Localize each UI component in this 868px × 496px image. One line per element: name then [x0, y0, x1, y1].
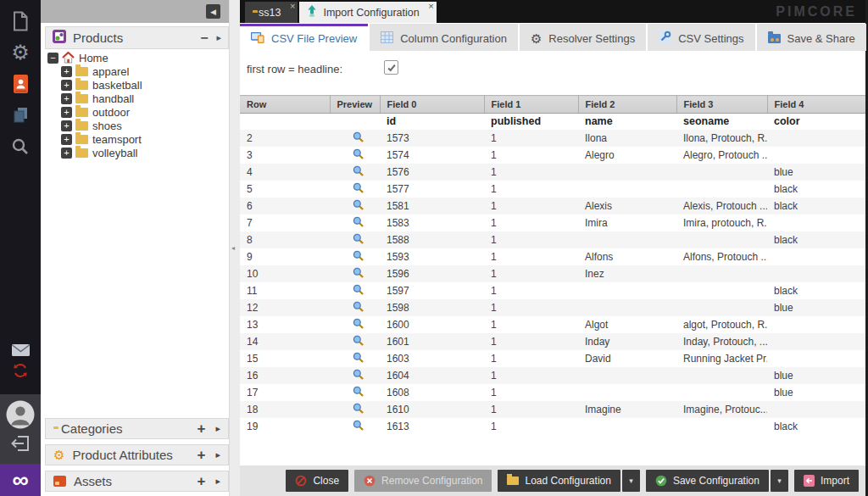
expand-accordion-icon[interactable]: ▸: [215, 424, 220, 433]
magnifier-icon[interactable]: [353, 131, 364, 142]
table-row[interactable]: 315741AlegroAlegro, Protouch ...: [240, 147, 865, 164]
import-button[interactable]: Import: [794, 470, 859, 492]
expand-accordion-icon[interactable]: ▸: [215, 476, 220, 486]
address-book-icon[interactable]: [0, 68, 41, 99]
collapse-tree-button[interactable]: −: [200, 31, 208, 45]
column-header-field1[interactable]: Field 1: [484, 96, 578, 114]
tree-item-handball[interactable]: + handball: [45, 92, 229, 105]
magnifier-icon[interactable]: [353, 267, 364, 278]
table-row[interactable]: 915931AlfonsAlfons, Protouch ...: [240, 248, 865, 265]
table-row[interactable]: 1916131black: [240, 418, 865, 435]
tab-ss13[interactable]: ss13 ×: [245, 2, 298, 23]
table-row[interactable]: 1316001Algotalgot, Protouch, R...: [240, 316, 865, 333]
table-row[interactable]: 1215981blue: [240, 299, 865, 316]
pimcore-infinity-logo[interactable]: ∞: [0, 464, 41, 496]
accordion-categories[interactable]: Categories + ▸: [45, 418, 229, 439]
subtab-column-configuration[interactable]: Column Configuration: [370, 24, 518, 51]
collapse-panel-button[interactable]: ◀: [206, 4, 220, 19]
magnifier-icon[interactable]: [353, 233, 364, 244]
tab-import-configuration[interactable]: Import Configuration ×: [299, 2, 436, 23]
file-icon[interactable]: [0, 5, 41, 36]
tree-item-teamsport[interactable]: + teamsport: [45, 132, 229, 146]
column-header-row[interactable]: Row: [240, 96, 330, 114]
expand-node-icon[interactable]: +: [61, 148, 72, 159]
add-icon[interactable]: +: [198, 474, 206, 488]
table-row[interactable]: 1816101ImagineImagine, Protouc...: [240, 401, 865, 418]
table-row[interactable]: 1416011IndayInday, Protouch, ...: [240, 333, 865, 350]
panel-menu-button[interactable]: ▸: [216, 33, 221, 42]
magnifier-icon[interactable]: [353, 216, 364, 227]
magnifier-icon[interactable]: [353, 284, 364, 295]
expand-accordion-icon[interactable]: ▸: [215, 450, 220, 460]
panel-splitter[interactable]: ◂: [229, 0, 240, 496]
accordion-assets[interactable]: Assets + ▸: [45, 471, 229, 492]
collapse-node-icon[interactable]: −: [47, 53, 58, 64]
expand-node-icon[interactable]: +: [61, 134, 72, 145]
table-row[interactable]: 815881black: [240, 231, 865, 248]
column-header-field4[interactable]: Field 4: [767, 96, 865, 114]
magnifier-icon[interactable]: [353, 165, 364, 176]
versions-icon[interactable]: [0, 99, 41, 131]
magnifier-icon[interactable]: [353, 386, 364, 397]
magnifier-icon[interactable]: [353, 352, 364, 363]
subtab-csv-settings[interactable]: CSV Settings: [648, 24, 754, 51]
close-tab-icon[interactable]: ×: [290, 2, 295, 10]
table-row[interactable]: 415761blue: [240, 164, 865, 181]
sync-icon[interactable]: [0, 354, 41, 386]
add-icon[interactable]: +: [198, 421, 206, 436]
headline-data-row[interactable]: id published name seoname color: [240, 114, 865, 130]
column-header-field3[interactable]: Field 3: [676, 96, 767, 114]
tree-item-apparel[interactable]: + apparel: [45, 64, 229, 78]
table-row[interactable]: 215731IlonaIlona, Protouch, R...: [240, 130, 865, 147]
accordion-product-attributes[interactable]: ⚙ Product Attributes + ▸: [45, 444, 229, 465]
user-avatar[interactable]: [6, 400, 35, 432]
headline-checkbox[interactable]: [384, 60, 398, 75]
table-row[interactable]: 1616041blue: [240, 367, 865, 384]
table-row[interactable]: 615811AlexisAlexis, Protouch ...black: [240, 198, 865, 215]
column-header-preview[interactable]: Preview: [330, 96, 380, 114]
expand-node-icon[interactable]: +: [61, 80, 72, 91]
close-tab-icon[interactable]: ×: [428, 2, 433, 10]
magnifier-icon[interactable]: [353, 403, 364, 414]
magnifier-icon[interactable]: [353, 318, 364, 329]
table-row[interactable]: 515771black: [240, 181, 865, 198]
magnifier-icon[interactable]: [353, 148, 364, 159]
logout-icon[interactable]: [11, 435, 30, 455]
table-row[interactable]: 1115971black: [240, 282, 865, 299]
add-icon[interactable]: +: [198, 448, 206, 462]
magnifier-icon[interactable]: [353, 369, 364, 380]
expand-node-icon[interactable]: +: [61, 120, 72, 131]
table-row[interactable]: 715831ImiraImira, protouch, R...: [240, 215, 865, 231]
table-row[interactable]: 1716081blue: [240, 384, 865, 401]
settings-gear-icon[interactable]: ⚙: [0, 36, 41, 68]
column-header-field2[interactable]: Field 2: [578, 96, 676, 114]
tree-item-volleyball[interactable]: + volleyball: [45, 146, 229, 159]
save-configuration-dropdown[interactable]: ▾: [771, 470, 788, 492]
magnifier-icon[interactable]: [353, 199, 364, 210]
magnifier-icon[interactable]: [353, 182, 364, 193]
magnifier-icon[interactable]: [353, 301, 364, 312]
tree-item-shoes[interactable]: + shoes: [45, 119, 229, 132]
tree-item-basketball[interactable]: + basketball: [45, 78, 229, 92]
subtab-resolver-settings[interactable]: ⚙ Resolver Settings: [520, 24, 646, 51]
search-icon[interactable]: [0, 131, 41, 162]
expand-node-icon[interactable]: +: [61, 66, 72, 77]
column-header-field0[interactable]: Field 0: [380, 96, 484, 114]
splitter-collapse-icon[interactable]: ◂: [231, 244, 235, 252]
table-row[interactable]: 1516031DavidRunning Jacket Pr...: [240, 350, 865, 367]
tree-item-home[interactable]: − Home: [45, 51, 229, 64]
magnifier-icon[interactable]: [353, 250, 364, 261]
magnifier-icon[interactable]: [353, 420, 364, 431]
subtab-save-and-share[interactable]: Save & Share: [757, 24, 866, 51]
expand-node-icon[interactable]: +: [61, 107, 72, 118]
load-configuration-dropdown[interactable]: ▾: [622, 470, 640, 492]
load-configuration-button[interactable]: Load Configuration: [498, 470, 620, 492]
expand-node-icon[interactable]: +: [61, 93, 72, 104]
magnifier-icon[interactable]: [353, 335, 364, 346]
close-button[interactable]: Close: [286, 470, 348, 492]
tree-item-outdoor[interactable]: + outdoor: [45, 105, 229, 119]
subtab-csv-file-preview[interactable]: CSV File Preview: [240, 24, 368, 51]
products-panel-header[interactable]: Products − ▸: [45, 26, 229, 49]
save-configuration-button[interactable]: Save Configuration: [646, 470, 769, 492]
table-row[interactable]: 1015961Inez: [240, 265, 865, 282]
